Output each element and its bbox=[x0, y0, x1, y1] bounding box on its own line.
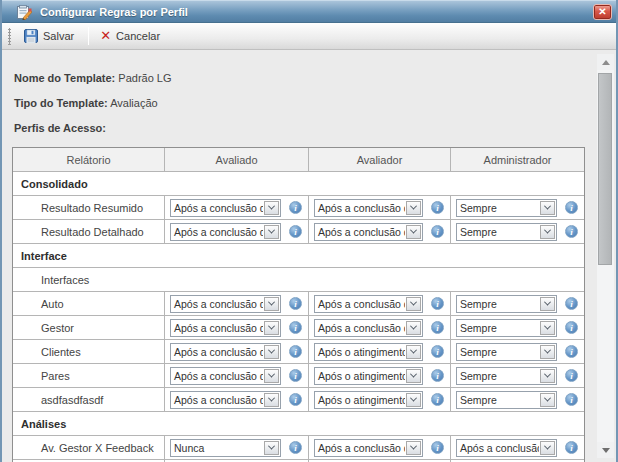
info-icon[interactable]: i bbox=[565, 441, 578, 454]
select-arrow-button[interactable] bbox=[264, 201, 279, 215]
info-icon[interactable]: i bbox=[431, 369, 444, 382]
rule-select[interactable]: Após a conclusão da etapa bbox=[170, 391, 281, 409]
rule-select[interactable]: Após a conclusão da Autoavaliação bbox=[314, 295, 423, 313]
select-value: Após a conclusão da Avaliação bbox=[315, 226, 405, 238]
rule-select[interactable]: Após a conclusão da Avaliação bbox=[314, 199, 423, 217]
rule-select[interactable]: Após a conclusão da etapa bbox=[170, 319, 281, 337]
info-icon[interactable]: i bbox=[565, 393, 578, 406]
rule-select[interactable]: Sempre bbox=[456, 343, 557, 361]
info-icon[interactable]: i bbox=[565, 369, 578, 382]
row-label: Análises bbox=[13, 412, 584, 435]
info-icon[interactable]: i bbox=[289, 297, 302, 310]
info-icon[interactable]: i bbox=[565, 297, 578, 310]
rule-select[interactable]: Após a conclusão da Avaliação bbox=[314, 223, 423, 241]
rule-select[interactable]: Sempre bbox=[456, 391, 557, 409]
rule-cell: Semprei bbox=[451, 340, 584, 363]
rule-select[interactable]: Após a conclusão da etapa bbox=[314, 439, 423, 457]
select-arrow-button[interactable] bbox=[406, 321, 421, 335]
rule-select[interactable]: Após a conclusão da etapa bbox=[170, 199, 281, 217]
select-arrow-button[interactable] bbox=[264, 297, 279, 311]
rule-select[interactable]: Sempre bbox=[456, 319, 557, 337]
select-arrow-button[interactable] bbox=[264, 345, 279, 359]
info-icon[interactable]: i bbox=[565, 225, 578, 238]
rule-select[interactable]: Após a conclusão da etapa bbox=[170, 367, 281, 385]
select-arrow-button[interactable] bbox=[406, 201, 421, 215]
info-icon[interactable]: i bbox=[565, 345, 578, 358]
info-icon[interactable]: i bbox=[431, 393, 444, 406]
dialog-content: Nome do Template: Padrão LG Tipo do Temp… bbox=[2, 51, 616, 462]
template-name-value: Padrão LG bbox=[115, 72, 171, 84]
select-arrow-button[interactable] bbox=[540, 441, 555, 455]
rule-select[interactable]: Após o atingimento do mínimo bbox=[314, 367, 423, 385]
select-arrow-button[interactable] bbox=[540, 345, 555, 359]
select-arrow-button[interactable] bbox=[264, 369, 279, 383]
select-arrow-button[interactable] bbox=[406, 393, 421, 407]
select-arrow-button[interactable] bbox=[540, 225, 555, 239]
rule-select[interactable]: Sempre bbox=[456, 223, 557, 241]
select-arrow-button[interactable] bbox=[406, 225, 421, 239]
vertical-scrollbar[interactable] bbox=[597, 54, 614, 458]
scrollbar-down-button[interactable] bbox=[597, 442, 614, 458]
row-label: asdfasdfasdf bbox=[13, 388, 165, 411]
rule-select[interactable]: Após a conclusão da etapa bbox=[456, 439, 557, 457]
info-icon[interactable]: i bbox=[431, 297, 444, 310]
select-arrow-button[interactable] bbox=[406, 369, 421, 383]
rule-select[interactable]: Após o atingimento do mínimo bbox=[314, 391, 423, 409]
select-arrow-button[interactable] bbox=[406, 297, 421, 311]
select-arrow-button[interactable] bbox=[264, 441, 279, 455]
info-icon[interactable]: i bbox=[565, 201, 578, 214]
info-icon[interactable]: i bbox=[289, 369, 302, 382]
info-icon[interactable]: i bbox=[431, 225, 444, 238]
rule-select[interactable]: Sempre bbox=[456, 199, 557, 217]
rule-cell: Semprei bbox=[451, 364, 584, 387]
save-button[interactable]: Salvar bbox=[18, 25, 83, 47]
select-arrow-button[interactable] bbox=[406, 345, 421, 359]
cancel-button-label: Cancelar bbox=[116, 30, 160, 42]
rule-cell: Semprei bbox=[451, 388, 584, 411]
rule-select[interactable]: Nunca bbox=[170, 439, 281, 457]
select-value: Sempre bbox=[457, 394, 539, 406]
select-value: Após a conclusão da etapa bbox=[171, 346, 263, 358]
info-icon[interactable]: i bbox=[289, 201, 302, 214]
row-label: Clientes bbox=[13, 340, 165, 363]
select-arrow-button[interactable] bbox=[540, 297, 555, 311]
scrollbar-up-button[interactable] bbox=[597, 54, 614, 70]
rule-select[interactable]: Após a conclusão da etapa bbox=[170, 295, 281, 313]
info-icon[interactable]: i bbox=[289, 393, 302, 406]
chevron-down-icon bbox=[410, 203, 417, 210]
save-icon bbox=[24, 29, 38, 43]
info-icon[interactable]: i bbox=[289, 441, 302, 454]
info-icon[interactable]: i bbox=[431, 345, 444, 358]
info-icon[interactable]: i bbox=[431, 321, 444, 334]
rule-select[interactable]: Sempre bbox=[456, 367, 557, 385]
close-button[interactable]: ✕ bbox=[593, 4, 612, 20]
info-icon[interactable]: i bbox=[431, 201, 444, 214]
select-arrow-button[interactable] bbox=[540, 201, 555, 215]
template-type-value: Avaliação bbox=[108, 97, 158, 109]
select-arrow-button[interactable] bbox=[264, 321, 279, 335]
rule-select[interactable]: Após o atingimento do mínimo bbox=[314, 343, 423, 361]
select-arrow-button[interactable] bbox=[540, 321, 555, 335]
cancel-icon: ✕ bbox=[100, 30, 111, 42]
select-arrow-button[interactable] bbox=[264, 225, 279, 239]
rules-table: Relátorio Avaliado Avaliador Administrad… bbox=[12, 147, 585, 462]
rule-select[interactable]: Após a conclusão da etapa bbox=[170, 343, 281, 361]
select-arrow-button[interactable] bbox=[540, 393, 555, 407]
rule-select[interactable]: Sempre bbox=[456, 295, 557, 313]
info-icon[interactable]: i bbox=[289, 345, 302, 358]
info-icon[interactable]: i bbox=[289, 225, 302, 238]
select-arrow-button[interactable] bbox=[540, 369, 555, 383]
chevron-down-icon bbox=[268, 395, 275, 402]
info-icon[interactable]: i bbox=[431, 441, 444, 454]
rule-select[interactable]: Após a conclusão da etapa bbox=[170, 223, 281, 241]
select-arrow-button[interactable] bbox=[406, 441, 421, 455]
template-name-label: Nome do Template: bbox=[14, 72, 115, 84]
info-icon[interactable]: i bbox=[289, 321, 302, 334]
scrollbar-thumb[interactable] bbox=[598, 73, 612, 265]
select-value: Após a conclusão da etapa bbox=[171, 370, 263, 382]
toolbar-grip[interactable] bbox=[8, 28, 11, 45]
info-icon[interactable]: i bbox=[565, 321, 578, 334]
select-arrow-button[interactable] bbox=[264, 393, 279, 407]
rule-select[interactable]: Após a conclusão da Avaliação bbox=[314, 319, 423, 337]
cancel-button[interactable]: ✕ Cancelar bbox=[94, 26, 169, 46]
